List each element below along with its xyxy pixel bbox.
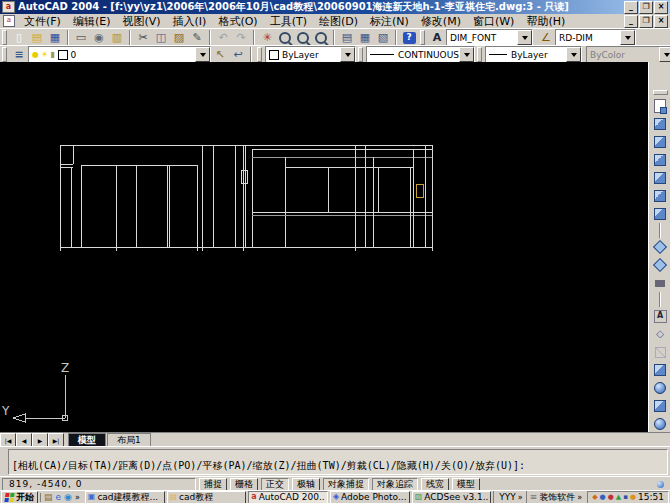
tray-icon-3[interactable]: ● xyxy=(608,494,614,501)
layer-previous-icon[interactable]: ↩ xyxy=(229,47,247,62)
designcenter-icon[interactable]: ▦ xyxy=(356,30,374,45)
menu-modify[interactable]: 修改(M) xyxy=(415,14,467,29)
doc-close-button[interactable]: × xyxy=(654,15,668,28)
next-layout-button[interactable]: ▶ xyxy=(32,433,48,447)
tray-icon-4[interactable]: ▲ xyxy=(616,494,621,501)
tab-model[interactable]: 模型 xyxy=(68,433,106,447)
chevron-down-icon[interactable] xyxy=(620,30,635,45)
menu-view[interactable]: 视图(V) xyxy=(116,14,166,29)
coordinate-readout[interactable]: 819, -4540, 0 xyxy=(2,478,196,491)
make-object-layer-current-icon[interactable]: ↖ xyxy=(211,47,229,62)
task-acdsee[interactable]: ▧ ACDSee v3.1... xyxy=(412,491,492,503)
model-space-button[interactable]: 模型 xyxy=(452,478,480,491)
prev-layout-button[interactable]: ◀ xyxy=(16,433,32,447)
gouraud-shaded-edges-icon[interactable] xyxy=(651,415,669,433)
lineweight-toggle[interactable]: 线宽 xyxy=(421,478,449,491)
left-view-icon[interactable] xyxy=(651,151,669,169)
text-style-combo[interactable]: DIM_FONT xyxy=(446,29,533,46)
chevron-down-icon[interactable] xyxy=(340,47,355,62)
named-views-icon[interactable] xyxy=(651,97,669,115)
minimize-button[interactable]: _ xyxy=(624,1,638,14)
help-icon[interactable]: ? xyxy=(400,30,418,45)
open-icon[interactable]: ▤ xyxy=(28,30,46,45)
layer-combo[interactable]: ●☀▮ 0 xyxy=(28,46,211,63)
zoom-realtime-icon[interactable] xyxy=(276,30,294,45)
menu-window[interactable]: 窗口(W) xyxy=(467,14,520,29)
top-view-icon[interactable] xyxy=(651,115,669,133)
command-prompt[interactable]: [相机(CA)/目标(TA)/距离(D)/点(PO)/平移(PA)/缩放(Z)/… xyxy=(12,459,525,473)
lineweight-combo[interactable]: ByLayer xyxy=(485,46,582,63)
menu-tools[interactable]: 工具(T) xyxy=(264,14,313,29)
hidden-line-icon[interactable] xyxy=(651,343,669,361)
color-combo[interactable]: ByLayer xyxy=(265,46,356,63)
toolbar-grip[interactable] xyxy=(477,47,482,62)
menu-help[interactable]: 帮助(H) xyxy=(520,14,571,29)
cut-icon[interactable]: ✂ xyxy=(134,30,152,45)
taskbar-toolbar-decor[interactable]: ≡ 装饰软件 » xyxy=(526,491,585,503)
flat-shaded-edges-icon[interactable] xyxy=(651,397,669,415)
quick-launch-chevron[interactable]: » xyxy=(75,493,80,502)
ie-icon[interactable]: e xyxy=(56,493,62,502)
toolbar-grip[interactable] xyxy=(2,30,7,45)
menu-draw[interactable]: 绘图(D) xyxy=(313,14,364,29)
front-view-icon[interactable] xyxy=(651,187,669,205)
menu-dimension[interactable]: 标注(N) xyxy=(364,14,415,29)
task-photoshop[interactable]: ◈ Adobe Photo... xyxy=(330,491,410,503)
show-desktop-icon[interactable]: ▤ xyxy=(44,493,53,502)
tray-icon-6[interactable]: ● xyxy=(630,494,636,501)
task-cad-tutorial-folder[interactable]: ▤ cad教程 xyxy=(167,491,247,503)
last-layout-button[interactable]: ▶| xyxy=(48,433,64,447)
close-button[interactable]: × xyxy=(654,1,668,14)
menu-edit[interactable]: 编辑(E) xyxy=(67,14,117,29)
tool-palettes-icon[interactable]: ▧ xyxy=(374,30,392,45)
2d-wireframe-icon[interactable]: A xyxy=(651,307,669,325)
doc-restore-button[interactable]: ❐ xyxy=(639,15,653,28)
task-autocad[interactable]: a AutoCAD 200... xyxy=(248,491,328,503)
snap-toggle[interactable]: 捕捉 xyxy=(199,478,227,491)
chevron-down-icon[interactable] xyxy=(459,47,474,62)
taskbar-toolbar-yyy[interactable]: YYY » xyxy=(493,491,525,503)
toolbar-grip[interactable] xyxy=(2,47,7,62)
gouraud-shaded-icon[interactable] xyxy=(651,379,669,397)
plot-icon[interactable]: ▭ xyxy=(72,30,90,45)
osnap-toggle[interactable]: 对象捕捉 xyxy=(323,478,369,491)
properties-icon[interactable]: ▤ xyxy=(338,30,356,45)
redo-icon[interactable]: ↷ xyxy=(232,30,250,45)
toolbar-grip[interactable] xyxy=(358,47,363,62)
zoom-window-icon[interactable] xyxy=(294,30,312,45)
bottom-view-icon[interactable] xyxy=(651,133,669,151)
tray-icon-1[interactable]: ◆ xyxy=(592,494,597,501)
tab-layout1[interactable]: 布局1 xyxy=(107,433,151,447)
paste-icon[interactable]: ▨ xyxy=(170,30,188,45)
ortho-toggle[interactable]: 正交 xyxy=(261,478,289,491)
flat-shaded-icon[interactable] xyxy=(651,361,669,379)
toolbar-grip[interactable] xyxy=(257,47,262,62)
polar-toggle[interactable]: 极轴 xyxy=(292,478,320,491)
linetype-combo[interactable]: CONTINUOUS xyxy=(366,46,475,63)
tray-icon-2[interactable]: ● xyxy=(600,494,606,501)
chevron-down-icon[interactable] xyxy=(517,30,532,45)
task-cad-modeling-tutorial[interactable]: ▣ cad建模教程... xyxy=(85,491,165,503)
command-window[interactable]: [相机(CA)/目标(TA)/距离(D)/点(PO)/平移(PA)/缩放(Z)/… xyxy=(0,446,670,476)
grid-toggle[interactable]: 栅格 xyxy=(230,478,258,491)
toolbar-grip[interactable] xyxy=(653,90,668,95)
restore-button[interactable]: ❐ xyxy=(639,1,653,14)
right-view-icon[interactable] xyxy=(651,169,669,187)
copy-icon[interactable]: ◫ xyxy=(152,30,170,45)
zoom-previous-icon[interactable] xyxy=(312,30,330,45)
menu-file[interactable]: 文件(F) xyxy=(18,14,67,29)
toolbar-grip[interactable] xyxy=(420,30,425,45)
dim-style-combo[interactable]: RD-DIM xyxy=(555,29,636,46)
layers-manager-icon[interactable]: ≡ xyxy=(10,47,28,62)
undo-icon[interactable]: ↶ xyxy=(214,30,232,45)
se-isometric-icon[interactable] xyxy=(651,256,669,274)
save-icon[interactable]: ▦ xyxy=(46,30,64,45)
match-properties-icon[interactable]: ✎ xyxy=(188,30,206,45)
tray-icon-5[interactable]: ▪ xyxy=(623,494,628,501)
menu-format[interactable]: 格式(O) xyxy=(212,14,263,29)
sw-isometric-icon[interactable] xyxy=(651,238,669,256)
command-history[interactable]: [相机(CA)/目标(TA)/距离(D)/点(PO)/平移(PA)/缩放(Z)/… xyxy=(8,449,668,475)
back-view-icon[interactable] xyxy=(651,205,669,223)
plot-preview-icon[interactable]: ◉ xyxy=(90,30,108,45)
3d-wireframe-icon[interactable]: ◇ xyxy=(651,325,669,343)
